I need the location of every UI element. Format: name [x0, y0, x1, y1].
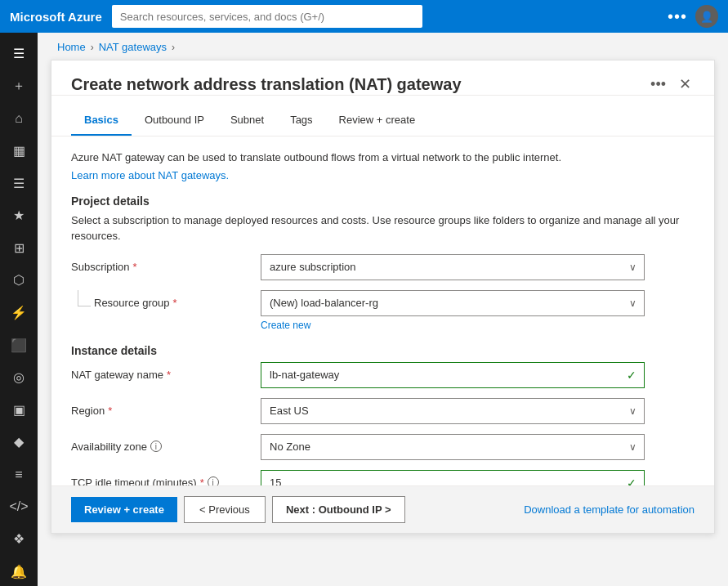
- sidebar-menu-icon[interactable]: ≡: [4, 460, 33, 490]
- review-create-button[interactable]: Review + create: [71, 497, 177, 522]
- resource-group-select-wrap: (New) load-balancer-rg ∨: [261, 290, 645, 316]
- resource-group-row: Resource group * (New) load-balancer-rg …: [71, 290, 695, 331]
- download-template-link[interactable]: Download a template for automation: [524, 503, 695, 516]
- availability-zone-select-wrap: No Zone ∨: [261, 434, 645, 460]
- region-row: Region * East US ∨: [71, 398, 695, 424]
- dialog-header: Create network address translation (NAT)…: [51, 60, 714, 96]
- resource-group-indent-line: [78, 290, 91, 306]
- search-input[interactable]: [112, 5, 422, 28]
- availability-zone-control: No Zone ∨: [261, 434, 645, 460]
- dialog-footer: Review + create < Previous Next : Outbou…: [51, 485, 714, 533]
- sidebar-code-icon[interactable]: </>: [4, 492, 33, 521]
- nav-right: ••• 👤: [668, 5, 718, 28]
- sidebar-puzzle-icon[interactable]: ❖: [4, 525, 33, 554]
- sidebar-plus-icon[interactable]: ＋: [4, 72, 33, 101]
- sidebar-db-icon[interactable]: ⬛: [4, 330, 33, 360]
- previous-button[interactable]: < Previous: [184, 496, 266, 523]
- tab-subnet[interactable]: Subnet: [217, 105, 277, 136]
- region-select-wrap: East US ∨: [261, 398, 645, 424]
- next-button[interactable]: Next : Outbound IP >: [272, 496, 405, 523]
- resource-group-required: *: [173, 297, 177, 309]
- info-text: Azure NAT gateway can be used to transla…: [71, 150, 695, 166]
- breadcrumb-sep-1: ›: [91, 42, 94, 53]
- nat-gateway-name-control: ✓: [261, 362, 645, 388]
- sidebar-dashboard-icon[interactable]: ▦: [4, 136, 33, 166]
- region-required: *: [108, 405, 112, 417]
- breadcrumb-sep-2: ›: [172, 42, 175, 53]
- sidebar-home-icon[interactable]: ⌂: [4, 104, 33, 133]
- dialog-panel: Create network address translation (NAT)…: [51, 60, 715, 534]
- sidebar-diamond-icon[interactable]: ◆: [4, 427, 33, 457]
- resource-group-select[interactable]: (New) load-balancer-rg: [261, 290, 645, 316]
- region-control: East US ∨: [261, 398, 645, 424]
- tab-basics[interactable]: Basics: [71, 105, 132, 136]
- subscription-select-wrap: azure subscription ∨: [261, 254, 645, 280]
- sidebar: ☰ ＋ ⌂ ▦ ☰ ★ ⊞ ⬡ ⚡ ⬛ ◎ ▣ ◆ ≡ </> ❖ 🔔: [0, 33, 38, 586]
- project-details-desc: Select a subscription to manage deployed…: [71, 212, 695, 244]
- create-new-link[interactable]: Create new: [261, 320, 645, 331]
- breadcrumb-nat-gateways[interactable]: NAT gateways: [99, 41, 167, 53]
- region-label: Region *: [71, 398, 251, 417]
- learn-more-link[interactable]: Learn more about NAT gateways.: [71, 169, 229, 181]
- sidebar-expand[interactable]: ☰: [4, 39, 33, 69]
- dialog-header-actions: ••• ✕: [650, 74, 695, 95]
- subscription-select[interactable]: azure subscription: [261, 254, 645, 280]
- sidebar-list-icon[interactable]: ☰: [4, 168, 33, 198]
- form-content: Azure NAT gateway can be used to transla…: [51, 136, 714, 530]
- nat-name-required: *: [167, 369, 171, 381]
- breadcrumb-home[interactable]: Home: [57, 41, 86, 53]
- tab-review-create[interactable]: Review + create: [326, 105, 429, 136]
- more-options-icon[interactable]: •••: [668, 7, 687, 26]
- nat-gateway-name-row: NAT gateway name * ✓: [71, 362, 695, 388]
- nat-gateway-name-wrap: ✓: [261, 362, 645, 388]
- sidebar-bell-icon[interactable]: 🔔: [4, 557, 33, 587]
- subscription-control: azure subscription ∨: [261, 254, 645, 280]
- nat-name-valid-icon: ✓: [627, 369, 636, 382]
- content-area: Home › NAT gateways › Create network add…: [38, 33, 728, 586]
- breadcrumb: Home › NAT gateways ›: [38, 33, 728, 53]
- dialog-title: Create network address translation (NAT)…: [71, 75, 650, 94]
- availability-zone-row: Availability zone i No Zone ∨: [71, 434, 695, 460]
- resource-group-control: (New) load-balancer-rg ∨ Create new: [261, 290, 645, 331]
- dialog-ellipsis-icon[interactable]: •••: [650, 76, 666, 93]
- instance-details-title: Instance details: [71, 344, 695, 357]
- nat-gateway-name-input[interactable]: [261, 362, 645, 388]
- subscription-label: Subscription *: [71, 254, 251, 273]
- tab-tags[interactable]: Tags: [277, 105, 325, 136]
- resource-group-label: Resource group *: [94, 290, 177, 309]
- nat-gateway-name-label: NAT gateway name *: [71, 362, 251, 381]
- brand-logo: Microsoft Azure: [10, 10, 102, 24]
- sidebar-shield-icon[interactable]: ⬡: [4, 266, 33, 295]
- sidebar-globe-icon[interactable]: ◎: [4, 363, 33, 392]
- subscription-required: *: [133, 261, 137, 273]
- main-layout: ☰ ＋ ⌂ ▦ ☰ ★ ⊞ ⬡ ⚡ ⬛ ◎ ▣ ◆ ≡ </> ❖ 🔔 Home…: [0, 33, 728, 586]
- tab-outbound-ip[interactable]: Outbound IP: [132, 105, 217, 136]
- region-select[interactable]: East US: [261, 398, 645, 424]
- avatar[interactable]: 👤: [695, 5, 718, 28]
- project-details-title: Project details: [71, 195, 695, 208]
- tabs-bar: Basics Outbound IP Subnet Tags Review + …: [51, 105, 714, 136]
- sidebar-monitor-icon[interactable]: ▣: [4, 396, 33, 425]
- close-icon[interactable]: ✕: [676, 74, 695, 95]
- availability-zone-info-icon[interactable]: i: [150, 441, 162, 452]
- sidebar-star-icon[interactable]: ★: [4, 201, 33, 230]
- sidebar-lightning-icon[interactable]: ⚡: [4, 298, 33, 328]
- subscription-row: Subscription * azure subscription ∨: [71, 254, 695, 280]
- availability-zone-select[interactable]: No Zone: [261, 434, 645, 460]
- sidebar-grid-icon[interactable]: ⊞: [4, 234, 33, 263]
- availability-zone-label: Availability zone i: [71, 434, 251, 453]
- top-navigation: Microsoft Azure ••• 👤: [0, 0, 728, 33]
